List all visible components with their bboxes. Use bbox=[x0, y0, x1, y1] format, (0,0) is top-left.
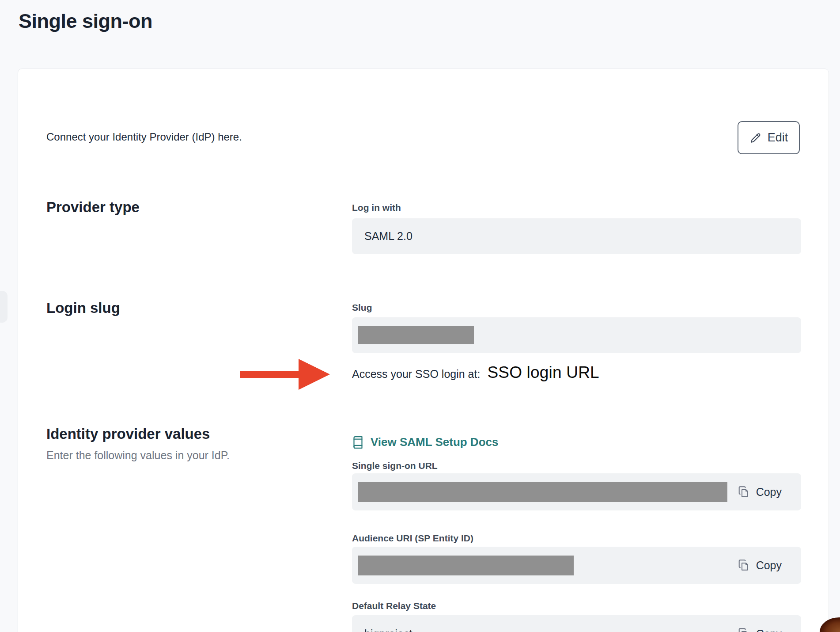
sso-url-field: Copy bbox=[352, 473, 801, 510]
copy-relay-state-button[interactable]: Copy bbox=[738, 627, 782, 632]
copy-label: Copy bbox=[756, 486, 782, 499]
copy-icon bbox=[738, 627, 750, 632]
side-drawer-handle[interactable] bbox=[0, 291, 8, 323]
red-arrow-head bbox=[299, 359, 330, 390]
red-arrow-shaft bbox=[240, 371, 299, 378]
copy-icon bbox=[738, 559, 750, 572]
book-icon bbox=[352, 436, 364, 449]
red-arrow bbox=[240, 359, 330, 390]
provider-type-value: SAML 2.0 bbox=[364, 230, 412, 243]
page-title: Single sign-on bbox=[19, 10, 152, 33]
copy-label: Copy bbox=[756, 559, 782, 572]
copy-label: Copy bbox=[756, 628, 782, 632]
slug-field bbox=[352, 317, 801, 353]
default-relay-state-value: bigproject bbox=[364, 628, 412, 632]
login-with-label: Log in with bbox=[352, 202, 401, 213]
view-saml-docs-link[interactable]: View SAML Setup Docs bbox=[352, 435, 498, 449]
default-relay-state-label: Default Relay State bbox=[352, 601, 436, 611]
copy-sso-url-button[interactable]: Copy bbox=[738, 485, 782, 499]
provider-type-heading: Provider type bbox=[46, 199, 140, 216]
slug-label: Slug bbox=[352, 302, 372, 313]
pencil-icon bbox=[749, 132, 762, 144]
login-slug-heading: Login slug bbox=[46, 300, 120, 316]
sso-login-url-annotation: SSO login URL bbox=[487, 363, 599, 382]
idp-values-subheading: Enter the following values in your IdP. bbox=[46, 449, 230, 462]
audience-uri-field: Copy bbox=[352, 547, 801, 584]
default-relay-state-field: bigproject Copy bbox=[352, 615, 801, 632]
redacted-audience-uri-value bbox=[358, 556, 574, 575]
access-login-line: Access your SSO login at: SSO login URL bbox=[352, 363, 599, 382]
audience-uri-label: Audience URI (SP Entity ID) bbox=[352, 533, 473, 544]
edit-button[interactable]: Edit bbox=[738, 121, 800, 154]
copy-audience-uri-button[interactable]: Copy bbox=[738, 559, 782, 572]
intro-text: Connect your Identity Provider (IdP) her… bbox=[46, 131, 242, 143]
idp-values-heading: Identity provider values bbox=[46, 426, 210, 442]
access-text: Access your SSO login at: bbox=[352, 368, 480, 381]
redacted-slug-value bbox=[358, 326, 474, 344]
view-saml-docs-label: View SAML Setup Docs bbox=[371, 435, 498, 449]
sso-settings-page: Single sign-on Connect your Identity Pro… bbox=[0, 0, 840, 632]
provider-type-field: SAML 2.0 bbox=[352, 218, 801, 254]
redacted-sso-url-value bbox=[358, 482, 727, 502]
copy-icon bbox=[738, 485, 750, 499]
sso-url-label: Single sign-on URL bbox=[352, 461, 438, 471]
edit-button-label: Edit bbox=[768, 131, 788, 145]
